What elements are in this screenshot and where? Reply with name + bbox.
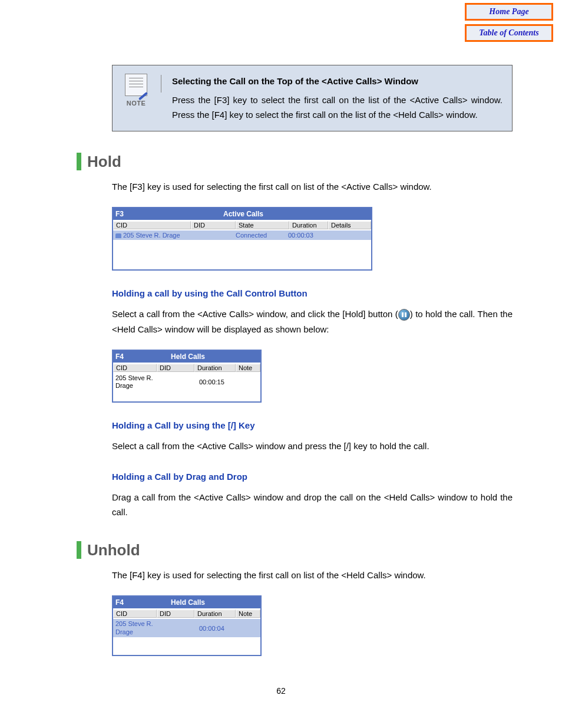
table-of-contents-link[interactable]: Table of Contents — [465, 24, 553, 42]
column-cid[interactable]: CID — [113, 364, 157, 372]
cell-state: Connected — [233, 232, 286, 239]
note-body-text: Press the [F3] key to select the first c… — [172, 93, 503, 123]
column-note[interactable]: Note — [236, 364, 260, 372]
cell-did — [158, 381, 197, 383]
unhold-section-title: Unhold — [87, 541, 140, 559]
active-calls-title: Active Calls — [115, 210, 371, 218]
column-duration[interactable]: Duration — [194, 364, 236, 372]
held-calls-1-title: Held Calls — [115, 353, 260, 361]
cell-cid: 205 Steve R. Drage — [123, 232, 180, 239]
hold-button-icon — [398, 309, 410, 321]
held-calls-2-title: Held Calls — [115, 598, 260, 607]
column-did[interactable]: DID — [157, 364, 194, 372]
column-note[interactable]: Note — [236, 610, 260, 618]
hold-sub3-heading: Holding a Call by Drag and Drop — [112, 472, 513, 482]
cell-note — [239, 381, 260, 383]
active-call-row[interactable]: 205 Steve R. Drage Connected 00:00:03 — [113, 230, 371, 240]
column-details[interactable]: Details — [328, 221, 371, 229]
page-number: 62 — [0, 686, 562, 696]
column-duration[interactable]: Duration — [194, 610, 236, 618]
column-did[interactable]: DID — [157, 610, 194, 618]
hold-sub2-heading: Holding a Call by using the [/] Key — [112, 420, 513, 430]
held-call-row[interactable]: 205 Steve R. Drage 00:00:04 — [113, 619, 260, 637]
note-title: Selecting the Call on the Top of the <Ac… — [172, 74, 503, 89]
call-icon — [115, 233, 121, 238]
cell-cid: 205 Steve R. Drage — [113, 373, 158, 391]
section-bar-icon — [77, 153, 81, 170]
column-state[interactable]: State — [236, 221, 289, 229]
cell-cid: 205 Steve R. Drage — [113, 619, 158, 637]
column-did[interactable]: DID — [191, 221, 236, 229]
cell-duration: 00:00:15 — [197, 377, 239, 387]
cell-duration: 00:00:04 — [197, 624, 239, 633]
note-icon — [125, 74, 147, 96]
held-calls-window-1: F4 Held Calls CID DID Duration Note 205 … — [112, 350, 262, 403]
home-page-link[interactable]: Home Page — [465, 3, 553, 21]
active-calls-window: F3 Active Calls CID DID State Duration D… — [112, 207, 372, 271]
hold-sub1-text: Select a call from the <Active Calls> wi… — [112, 307, 513, 337]
hold-intro-text: The [F3] key is used for selecting the f… — [112, 179, 513, 195]
section-bar-icon — [77, 541, 81, 559]
hold-section-title: Hold — [87, 153, 121, 171]
column-cid[interactable]: CID — [113, 610, 157, 618]
held-call-row[interactable]: 205 Steve R. Drage 00:00:15 — [113, 373, 260, 391]
column-cid[interactable]: CID — [113, 221, 191, 229]
cell-duration: 00:00:03 — [286, 232, 323, 239]
held-calls-window-2: F4 Held Calls CID DID Duration Note 205 … — [112, 595, 262, 655]
hold-sub1-heading: Holding a call by using the Call Control… — [112, 288, 513, 298]
column-duration[interactable]: Duration — [289, 221, 328, 229]
unhold-intro-text: The [F4] key is used for selecting the f… — [112, 568, 513, 583]
cell-did — [158, 627, 197, 630]
hold-sub2-text: Select a call from the <Active Calls> wi… — [112, 439, 513, 454]
note-box: NOTE Selecting the Call on the Top of th… — [112, 65, 513, 131]
note-label: NOTE — [122, 100, 150, 107]
hold-sub3-text: Drag a call from the <Active Calls> wind… — [112, 490, 513, 520]
cell-note — [239, 627, 260, 630]
